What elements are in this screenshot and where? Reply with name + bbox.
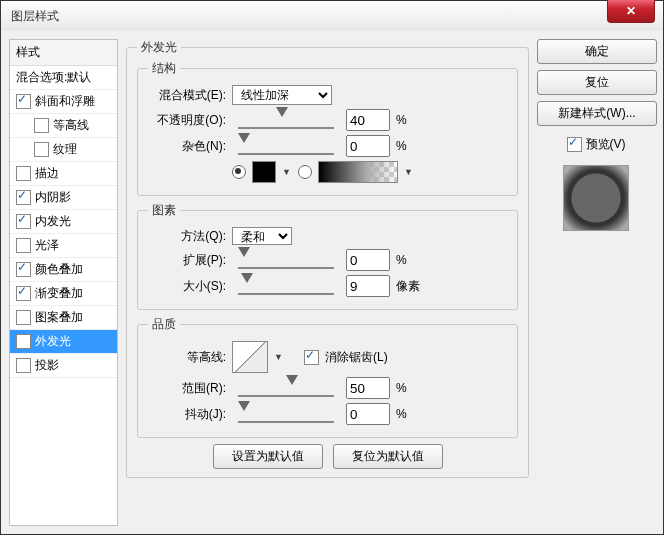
- layer-style-dialog: 图层样式 ✕ 样式 混合选项:默认 斜面和浮雕等高线纹理描边内阴影内发光光泽颜色…: [0, 0, 664, 535]
- preview-label: 预览(V): [586, 136, 626, 153]
- sidebar-checkbox[interactable]: [16, 358, 31, 373]
- size-label: 大小(S):: [148, 278, 226, 295]
- sidebar-item-6[interactable]: 光泽: [10, 234, 117, 258]
- blend-mode-label: 混合模式(E):: [148, 87, 226, 104]
- styles-sidebar: 样式 混合选项:默认 斜面和浮雕等高线纹理描边内阴影内发光光泽颜色叠加渐变叠加图…: [9, 39, 118, 526]
- swatch-dropdown-icon[interactable]: ▼: [282, 167, 292, 177]
- sidebar-checkbox[interactable]: [16, 310, 31, 325]
- spread-slider[interactable]: [238, 251, 334, 269]
- sidebar-item-2[interactable]: 纹理: [10, 138, 117, 162]
- sidebar-checkbox[interactable]: [16, 94, 31, 109]
- size-slider[interactable]: [238, 277, 334, 295]
- range-slider[interactable]: [238, 379, 334, 397]
- range-label: 范围(R):: [148, 380, 226, 397]
- technique-label: 方法(Q):: [148, 228, 226, 245]
- preview-thumbnail: [563, 165, 629, 231]
- sidebar-item-label: 外发光: [35, 333, 71, 350]
- sidebar-item-label: 内发光: [35, 213, 71, 230]
- range-input[interactable]: [346, 377, 390, 399]
- elements-group: 图素 方法(Q): 柔和 扩展(P): % 大小(S):: [137, 202, 518, 310]
- opacity-slider[interactable]: [238, 111, 334, 129]
- contour-label: 等高线:: [148, 349, 226, 366]
- sidebar-item-9[interactable]: 图案叠加: [10, 306, 117, 330]
- sidebar-item-label: 等高线: [53, 117, 89, 134]
- main-panel: 外发光 结构 混合模式(E): 线性加深 不透明度(O): % 杂色(N):: [126, 39, 529, 526]
- noise-slider[interactable]: [238, 137, 334, 155]
- sidebar-checkbox[interactable]: [16, 334, 31, 349]
- technique-select[interactable]: 柔和: [232, 227, 292, 245]
- gradient-swatch[interactable]: [318, 161, 398, 183]
- sidebar-item-label: 光泽: [35, 237, 59, 254]
- jitter-slider[interactable]: [238, 405, 334, 423]
- sidebar-item-0[interactable]: 斜面和浮雕: [10, 90, 117, 114]
- antialias-checkbox[interactable]: [304, 350, 319, 365]
- structure-group: 结构 混合模式(E): 线性加深 不透明度(O): % 杂色(N):: [137, 60, 518, 196]
- outer-glow-panel: 外发光 结构 混合模式(E): 线性加深 不透明度(O): % 杂色(N):: [126, 39, 529, 478]
- reset-default-button[interactable]: 复位为默认值: [333, 444, 443, 469]
- ok-button[interactable]: 确定: [537, 39, 657, 64]
- sidebar-header[interactable]: 样式: [10, 40, 117, 66]
- gradient-radio[interactable]: [298, 165, 312, 179]
- sidebar-item-10[interactable]: 外发光: [10, 330, 117, 354]
- sidebar-item-8[interactable]: 渐变叠加: [10, 282, 117, 306]
- cancel-button[interactable]: 复位: [537, 70, 657, 95]
- close-button[interactable]: ✕: [607, 0, 655, 23]
- action-column: 确定 复位 新建样式(W)... 预览(V): [537, 39, 655, 526]
- solid-color-radio[interactable]: [232, 165, 246, 179]
- opacity-input[interactable]: [346, 109, 390, 131]
- window-title: 图层样式: [11, 8, 59, 25]
- sidebar-checkbox[interactable]: [34, 142, 49, 157]
- sidebar-checkbox[interactable]: [16, 238, 31, 253]
- contour-dropdown-icon[interactable]: ▼: [274, 352, 284, 362]
- sidebar-item-11[interactable]: 投影: [10, 354, 117, 378]
- sidebar-checkbox[interactable]: [34, 118, 49, 133]
- sidebar-item-1[interactable]: 等高线: [10, 114, 117, 138]
- panel-title: 外发光: [137, 39, 181, 56]
- gradient-dropdown-icon[interactable]: ▼: [404, 167, 414, 177]
- jitter-label: 抖动(J):: [148, 406, 226, 423]
- sidebar-item-3[interactable]: 描边: [10, 162, 117, 186]
- titlebar[interactable]: 图层样式 ✕: [1, 1, 663, 32]
- sidebar-checkbox[interactable]: [16, 166, 31, 181]
- opacity-label: 不透明度(O):: [148, 112, 226, 129]
- sidebar-item-7[interactable]: 颜色叠加: [10, 258, 117, 282]
- quality-group: 品质 等高线: ▼ 消除锯齿(L) 范围(R): %: [137, 316, 518, 438]
- set-default-button[interactable]: 设置为默认值: [213, 444, 323, 469]
- blend-mode-select[interactable]: 线性加深: [232, 85, 332, 105]
- sidebar-item-label: 渐变叠加: [35, 285, 83, 302]
- sidebar-checkbox[interactable]: [16, 190, 31, 205]
- new-style-button[interactable]: 新建样式(W)...: [537, 101, 657, 126]
- close-icon: ✕: [626, 4, 636, 18]
- sidebar-item-label: 纹理: [53, 141, 77, 158]
- sidebar-item-5[interactable]: 内发光: [10, 210, 117, 234]
- sidebar-item-label: 颜色叠加: [35, 261, 83, 278]
- sidebar-blend-options[interactable]: 混合选项:默认: [10, 66, 117, 90]
- sidebar-item-label: 斜面和浮雕: [35, 93, 95, 110]
- contour-picker[interactable]: [232, 341, 268, 373]
- sidebar-item-label: 投影: [35, 357, 59, 374]
- sidebar-item-4[interactable]: 内阴影: [10, 186, 117, 210]
- preview-checkbox[interactable]: [567, 137, 582, 152]
- spread-label: 扩展(P):: [148, 252, 226, 269]
- sidebar-item-label: 描边: [35, 165, 59, 182]
- sidebar-item-label: 图案叠加: [35, 309, 83, 326]
- size-input[interactable]: [346, 275, 390, 297]
- jitter-input[interactable]: [346, 403, 390, 425]
- color-swatch[interactable]: [252, 161, 276, 183]
- noise-label: 杂色(N):: [148, 138, 226, 155]
- noise-input[interactable]: [346, 135, 390, 157]
- sidebar-checkbox[interactable]: [16, 286, 31, 301]
- antialias-label: 消除锯齿(L): [325, 349, 388, 366]
- sidebar-item-label: 内阴影: [35, 189, 71, 206]
- sidebar-checkbox[interactable]: [16, 262, 31, 277]
- spread-input[interactable]: [346, 249, 390, 271]
- sidebar-checkbox[interactable]: [16, 214, 31, 229]
